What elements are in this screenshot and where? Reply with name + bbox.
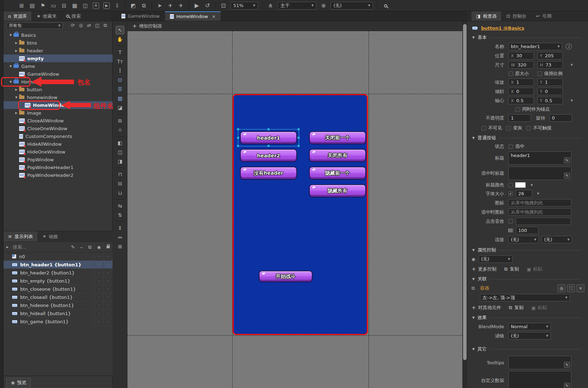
branch-select[interactable]: 主干▼ — [278, 2, 316, 10]
selection-handle[interactable] — [237, 137, 239, 139]
selection-handle[interactable] — [297, 145, 300, 147]
info-icon[interactable]: i — [566, 44, 572, 50]
bookmark-icon[interactable]: ⚑ — [38, 2, 47, 9]
display-list-tab-动效[interactable]: ✶动效 — [38, 231, 63, 242]
inspector-tab-控制台[interactable]: ⊡控制台 — [502, 11, 531, 21]
selection-handle[interactable] — [297, 137, 300, 139]
copy-controls-button[interactable]: ⧉复制 — [504, 266, 519, 272]
duplicate-icon[interactable]: ⧉ — [86, 244, 94, 250]
slider-widget-icon[interactable]: ◫ — [81, 2, 90, 9]
custom-data-input[interactable]: ✎ — [508, 371, 571, 388]
paste-relations-button[interactable]: ▣粘贴 — [531, 305, 547, 311]
visible-toggle[interactable]: · — [94, 253, 103, 260]
tree-item-button[interactable]: ▶button — [4, 86, 113, 93]
eye-closed-icon[interactable]: ⌣ — [77, 244, 86, 250]
click-sound-field[interactable] — [516, 218, 571, 225]
import-icon[interactable]: ⇩ — [113, 2, 122, 9]
visible-toggle[interactable]: · — [94, 309, 103, 317]
lock-toggle[interactable]: · — [103, 301, 113, 309]
add-relation-button[interactable]: +对其他元件 — [472, 305, 501, 311]
publish-icon[interactable]: ➤ — [155, 2, 164, 9]
save-icon[interactable]: ◩ — [129, 2, 138, 9]
chevron-down-icon[interactable]: ▼ — [535, 192, 539, 195]
section-prop-control[interactable]: ▼属性控制 — [472, 247, 584, 253]
lock-toggle[interactable]: · — [103, 318, 113, 325]
section-basic[interactable]: ▼基本 — [472, 34, 584, 41]
stage[interactable]: header1header2没有header关闭前一个关闭所有隐藏前一个隐藏所有… — [127, 31, 462, 388]
section-other[interactable]: ▼其它 — [472, 346, 584, 352]
align-top-icon[interactable]: ⊓ — [116, 170, 124, 179]
tree-item-CloseOneWindow[interactable]: CloseOneWindow — [4, 124, 113, 132]
same-height-icon[interactable]: ⇕ — [116, 224, 124, 232]
chevron-down-icon[interactable]: ▼ — [529, 184, 533, 187]
tree-item-header[interactable]: ▶header — [4, 47, 113, 54]
richtext-tool-icon[interactable]: Tᴛ — [116, 57, 124, 66]
visible-column-icon[interactable]: ◉ — [94, 242, 103, 252]
loader-tool-icon[interactable]: ▨ — [116, 94, 124, 103]
publish-all-icon[interactable]: ✈ — [166, 2, 175, 9]
filter-select[interactable]: (无)▼ — [508, 332, 551, 340]
expander-icon[interactable]: ▶ — [13, 111, 19, 115]
locate-icon[interactable]: ◎ — [77, 23, 85, 28]
reload-icon[interactable]: ↺ — [203, 2, 212, 9]
library-tab-资源库[interactable]: ⌂资源库 — [4, 11, 32, 21]
new-component-icon[interactable]: ▤ — [28, 2, 37, 9]
opacity-field[interactable]: 1 — [508, 114, 531, 122]
tree-item-HideOneWindow[interactable]: HideOneWindow — [4, 148, 113, 156]
visible-toggle[interactable]: · — [94, 285, 103, 293]
game-button-开始战斗[interactable]: 开始战斗 — [259, 271, 313, 282]
edit-icon[interactable]: ✎ — [69, 244, 77, 250]
tree-item-PopWindowHeader1[interactable]: PopWindowHeader1 — [4, 163, 113, 171]
selection-box[interactable] — [238, 129, 299, 146]
new-package-icon[interactable]: ⊞ — [17, 2, 26, 9]
display-list-item-btn_game[interactable]: btn_game {button1}·· — [4, 318, 113, 326]
lock-toggle[interactable]: · — [103, 253, 113, 260]
align-left-icon[interactable]: ◧ — [116, 139, 124, 147]
anchor-checkbox[interactable]: 同时作为锚点 — [515, 106, 550, 112]
play-icon[interactable]: ▶ — [192, 2, 201, 9]
game-button-隐藏所有[interactable]: 隐藏所有 — [309, 184, 366, 197]
transform-tool-icon[interactable]: ⊹ — [116, 126, 124, 134]
scrollbar-thumb[interactable] — [463, 24, 467, 360]
tree-item-GameWindow[interactable]: GameWindow — [4, 70, 113, 78]
visible-toggle[interactable]: · — [94, 277, 103, 285]
display-list-item-btn_hideone[interactable]: btn_hideone {button1}·· — [4, 301, 113, 309]
tree-item-Game[interactable]: ▼Game — [4, 62, 113, 70]
title-color-swatch[interactable] — [515, 182, 526, 188]
tree-item-PopWindowHeader2[interactable]: PopWindowHeader2 — [4, 171, 113, 179]
keep-ratio-checkbox[interactable]: 保持比例 — [537, 70, 563, 77]
selection-handle[interactable] — [237, 145, 239, 147]
paste-controls-button[interactable]: ▣粘贴 — [527, 266, 542, 272]
lock-toggle[interactable]: · — [103, 277, 113, 285]
movieclip-widget-icon[interactable]: ▶ — [103, 2, 110, 9]
dist-h-icon[interactable]: ⇆ — [116, 202, 124, 210]
tree-item-empty[interactable]: empty — [4, 54, 113, 62]
align-middle-icon[interactable]: ⊟ — [116, 179, 124, 188]
lang-select[interactable]: (无)▼ — [331, 2, 373, 10]
expander-icon[interactable]: ▶ — [13, 88, 19, 91]
game-button-关闭所有[interactable]: 关闭所有 — [309, 149, 366, 162]
tree-item-homewindow[interactable]: ▼homewindow — [4, 93, 113, 101]
expander-icon[interactable]: ▶ — [13, 49, 19, 52]
tree-item-CloseAllWindow[interactable]: CloseAllWindow — [4, 117, 113, 124]
display-list-tab-显示列表[interactable]: ≡显示列表 — [4, 231, 38, 242]
hand-tool-icon[interactable]: ✋ — [116, 35, 124, 44]
input-tool-icon[interactable]: I — [116, 66, 124, 75]
lock-column-icon[interactable] — [103, 242, 113, 252]
align-bottom-icon[interactable]: ⊔ — [116, 189, 124, 197]
edit-icon[interactable]: ✎ — [564, 157, 570, 163]
inspector-tab-引用[interactable]: ↩引用 — [531, 11, 556, 21]
edit-icon[interactable]: ✎ — [564, 383, 570, 388]
visible-toggle[interactable]: · — [94, 301, 103, 309]
relation-rule-select[interactable]: 左->左, 顶->顶▼ — [480, 294, 570, 301]
add-controller-button[interactable]: 增加控制器 — [139, 23, 162, 29]
expander-icon[interactable]: ▼ — [8, 65, 13, 68]
component-link[interactable]: button1 @Basics — [481, 25, 524, 31]
tree-item-Basics[interactable]: ▼Basics — [4, 31, 113, 39]
position-y-field[interactable]: Y205 — [537, 52, 563, 59]
window-widget-icon[interactable]: ⊟ — [59, 2, 69, 9]
label-widget-icon[interactable]: A — [93, 2, 99, 9]
loader3d-tool-icon[interactable]: ◪ — [116, 103, 124, 112]
globe-icon[interactable]: ⊕ — [319, 2, 328, 9]
section-button[interactable]: ▼普通按钮 — [472, 135, 584, 141]
